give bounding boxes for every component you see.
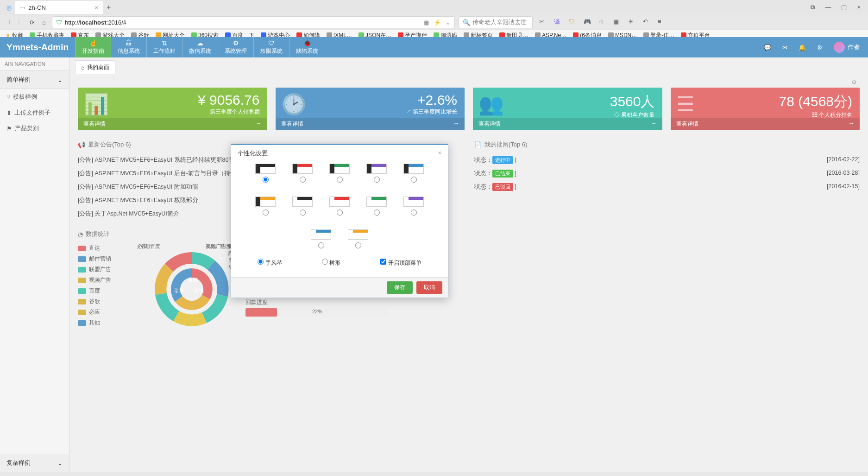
close-icon[interactable]: × [438, 149, 441, 158]
arrow-right-icon: → [651, 120, 657, 128]
mail-icon[interactable]: ✉ [782, 44, 787, 51]
theme-option[interactable] [255, 164, 276, 183]
top-tab-info[interactable]: 🏛信息系统 [111, 37, 146, 57]
top-tab-dev-guide[interactable]: ☝开发指南 [75, 37, 111, 57]
brand: Ymnets-Admin [0, 42, 75, 52]
approval-item[interactable]: 状态：已结束 ][2016-03-28] [474, 167, 860, 180]
scissors-icon[interactable]: ✂ [539, 18, 547, 26]
theme-option[interactable] [366, 164, 387, 183]
legend-item[interactable]: 视频广告 [78, 276, 129, 284]
shield-icon: 🛡 [56, 19, 62, 26]
cancel-button[interactable]: 取消 [416, 281, 442, 294]
top-tab-auth[interactable]: 🛡权限系统 [253, 37, 289, 57]
piechart-icon: ◔ [78, 231, 83, 238]
new-tab-button[interactable]: + [107, 3, 111, 12]
top-tab-workflow[interactable]: ⇅工作流程 [146, 37, 182, 57]
theme-option[interactable] [329, 197, 350, 216]
window-close-icon[interactable]: × [857, 4, 861, 11]
wechat-icon: ☁ [197, 39, 203, 47]
opt-tree[interactable]: 树形 [322, 259, 340, 267]
top-tab-wechat[interactable]: ☁微信系统 [182, 37, 218, 57]
sidebar-section-complex[interactable]: 复杂样例⌄ [0, 454, 69, 472]
hand-icon: ☝ [89, 39, 97, 47]
legend-item[interactable]: 谷歌 [78, 298, 129, 305]
url-text: http://localhost:2016/# [65, 19, 126, 26]
doc-icon: 📄 [474, 141, 482, 148]
theme-option[interactable] [329, 164, 350, 183]
shield2-icon[interactable]: 🛡 [569, 18, 577, 26]
search-input[interactable]: 🔍 传奇老人辛冠洁去世 [459, 16, 533, 28]
theme-option[interactable] [292, 164, 313, 183]
undo-icon[interactable]: ↶ [643, 18, 651, 26]
sun-icon[interactable]: ☀ [628, 18, 636, 26]
card-growth: 🕑 +2.6% ↗ 第三季度同比增长 查看详情→ [276, 88, 465, 130]
approvals-title: 📄我的批阅(Top 6) [474, 140, 860, 149]
nav-forward-icon[interactable]: 〉 [16, 18, 24, 26]
theme-option[interactable] [255, 197, 276, 216]
dashboard-settings-icon[interactable]: ⚙ [851, 79, 857, 86]
translate-icon[interactable]: 译 [554, 18, 562, 26]
browser-tab[interactable]: ▭ zh-CN × [15, 1, 103, 14]
chart-legend: 直达邮件营销联盟广告视频广告百度谷歌必应其他 [78, 243, 138, 328]
legend-item[interactable]: 其他 [78, 319, 129, 327]
workspace-tab[interactable]: ⌂我的桌面 [75, 60, 115, 74]
shield-icon: 🛡 [268, 39, 275, 47]
card-sales: 📊 ¥ 9056.76 第三季度个人销售额 查看详情→ [78, 88, 267, 130]
search-icon: 🔍 [463, 19, 470, 26]
chevron-down-icon[interactable]: ⌄ [446, 19, 451, 26]
bolt-icon[interactable]: ⚡ [434, 19, 441, 26]
nav-back-icon[interactable]: 〈 [4, 18, 12, 26]
window-ext-icon[interactable]: ⧉ [811, 4, 815, 11]
qr-icon[interactable]: ▦ [423, 19, 429, 26]
sidebar-header: AIN NAVIGATION [0, 57, 69, 70]
window-minimize-icon[interactable]: — [825, 4, 831, 11]
fork-icon: ⑂ [6, 94, 10, 101]
gear-icon[interactable]: ⚙ [817, 44, 823, 51]
theme-option[interactable] [348, 229, 368, 248]
apps-icon[interactable]: ▦ [613, 18, 622, 26]
card-footer[interactable]: 查看详情→ [276, 118, 465, 130]
sidebar-item-template[interactable]: ⑂模板样例 [0, 89, 69, 105]
progress-bar: 22% [245, 308, 389, 317]
url-input[interactable]: 🛡 http://localhost:2016/# ▦ ⚡ ⌄ [52, 16, 455, 28]
tab-close-icon[interactable]: × [94, 4, 98, 11]
legend-item[interactable]: 必应 [78, 308, 129, 316]
opt-accordion[interactable]: 手风琴 [258, 259, 282, 267]
legend-item[interactable]: 百度 [78, 287, 129, 295]
save-button[interactable]: 保存 [387, 281, 413, 294]
nav-reload-icon[interactable]: ⟳ [28, 18, 36, 26]
opt-topmenu[interactable]: 开启顶部菜单 [380, 259, 421, 267]
legend-item[interactable]: 邮件营销 [78, 255, 129, 263]
users-icon: 👥 [478, 92, 504, 116]
card-value: 78 (4568分) [671, 88, 860, 111]
theme-option[interactable] [311, 229, 331, 248]
user-menu[interactable]: 作者 [834, 42, 860, 53]
sidebar-item-product[interactable]: ⚑产品类别 [0, 121, 69, 136]
top-tab-sysmgmt[interactable]: ⚙系统管理 [218, 37, 253, 57]
megaphone-icon: 📢 [78, 141, 85, 148]
approval-item[interactable]: 状态：进行中 ][2016-02-22] [474, 153, 860, 167]
bell-icon[interactable]: 🔔 [799, 44, 806, 51]
window-maximize-icon[interactable]: ▢ [841, 4, 847, 11]
theme-option[interactable] [292, 197, 313, 216]
approval-item[interactable]: 状态：已驳回 ][2016-02-15] [474, 180, 860, 194]
flag-icon: ⚑ [6, 125, 12, 132]
legend-item[interactable]: 联盟广告 [78, 266, 129, 273]
theme-option[interactable] [403, 164, 424, 183]
top-tab-defect[interactable]: 🐞缺陷系统 [289, 37, 325, 57]
star-icon[interactable]: ☆ [598, 18, 607, 26]
card-footer[interactable]: 查看详情→ [671, 118, 860, 130]
card-footer[interactable]: 查看详情→ [78, 118, 267, 130]
theme-option[interactable] [403, 197, 424, 216]
personalization-modal: 个性化设置 × 手风琴 树形 开启顶部菜单 保存 取消 [231, 144, 448, 298]
sidebar-item-upload[interactable]: ⬆上传文件例子 [0, 105, 69, 121]
legend-item[interactable]: 直达 [78, 244, 129, 252]
game-icon[interactable]: 🎮 [584, 18, 592, 26]
nav-home-icon[interactable]: ⌂ [40, 18, 48, 26]
chat-icon[interactable]: 💬 [764, 44, 771, 51]
sidebar-section-simple[interactable]: 简单样例⌄ [0, 70, 69, 89]
arrow-right-icon: → [453, 120, 459, 128]
card-footer[interactable]: 查看详情→ [473, 118, 662, 130]
theme-option[interactable] [366, 197, 387, 216]
menu-icon[interactable]: ≡ [658, 18, 666, 26]
